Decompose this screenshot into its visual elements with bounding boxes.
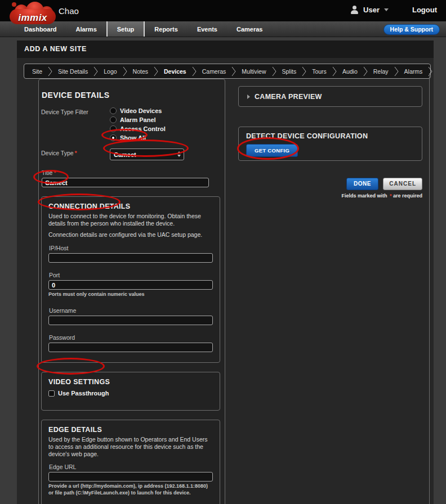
main-nav: Dashboard Alarms Setup Reports Events Ca… [0, 21, 446, 37]
port-label: Port [49, 272, 213, 278]
wizard-tab-devices[interactable]: Devices [158, 68, 192, 75]
wizard-tab-multiview[interactable]: Multiview [236, 68, 271, 75]
username-input[interactable] [48, 316, 213, 325]
title-label: Title* [42, 169, 220, 176]
camera-preview-panel[interactable]: CAMERA PREVIEW [238, 86, 422, 107]
chevron-separator-icon [302, 66, 306, 76]
form-actions: DONE CANCEL [238, 178, 422, 190]
page-title: ADD A NEW SITE [17, 40, 434, 58]
edge-url-input[interactable] [48, 472, 213, 482]
logout-button[interactable]: Logout [412, 6, 437, 14]
video-settings-box: VIDEO SETTINGS Use Passthrough [41, 372, 220, 411]
radio-option-access-control[interactable]: Access Control [110, 125, 166, 132]
device-type-filter-label: Device Type Filter [41, 107, 110, 143]
chevron-separator-icon [272, 66, 276, 76]
nav-item-alarms[interactable]: Alarms [66, 21, 106, 37]
radio-label: Access Control [120, 125, 166, 132]
device-type-select[interactable]: Camect [110, 148, 184, 160]
wizard-tab-logo[interactable]: Logo [98, 68, 122, 75]
radio-label: Video Devices [120, 107, 162, 114]
top-bar: Chao User Logout [0, 0, 446, 21]
wizard-tab-relay[interactable]: Relay [368, 68, 394, 75]
radio-button-icon[interactable] [110, 134, 117, 141]
wizard-tab-site-details[interactable]: Site Details [52, 68, 93, 75]
wizard-tab-tours[interactable]: Tours [306, 68, 332, 75]
wizard-tab-cameras[interactable]: Cameras [197, 68, 232, 75]
chevron-separator-icon [363, 66, 368, 76]
device-type-filter-group: Video Devices Alarm Panel Access Control… [110, 107, 166, 143]
edge-details-heading: EDGE DETAILS [48, 426, 213, 434]
chevron-separator-icon [192, 66, 197, 76]
title-input[interactable] [42, 178, 209, 187]
device-details-panel: DEVICE DETAILS Device Type Filter Video … [38, 79, 225, 504]
required-marker: * [75, 150, 77, 156]
connection-details-heading: CONNECTION DETAILS [48, 202, 213, 210]
edge-url-label: Edge URL [49, 464, 213, 470]
video-settings-heading: VIDEO SETTINGS [48, 378, 213, 386]
edge-url-note: Provide a url (http://mydomain.com), ip … [48, 483, 213, 496]
chevron-separator-icon [48, 66, 52, 76]
connection-description-1: Used to connect to the device for monito… [48, 213, 213, 227]
help-support-button[interactable]: Help & Support [383, 24, 440, 35]
password-label: Password [49, 334, 213, 341]
user-icon [350, 6, 359, 14]
connection-description-2: Connection details are configured via th… [48, 231, 213, 238]
radio-option-video-devices[interactable]: Video Devices [110, 107, 166, 114]
chevron-separator-icon [394, 66, 399, 76]
wizard-tab-alarms[interactable]: Alarms [399, 68, 429, 75]
wizard-tab-audio[interactable]: Audio [337, 68, 363, 75]
wizard-tab-site[interactable]: Site [26, 68, 48, 75]
device-type-label: Device Type* [41, 148, 110, 160]
chevron-separator-icon [231, 66, 236, 76]
username-label: Username [49, 307, 213, 314]
required-marker: * [53, 169, 56, 176]
chevron-separator-icon [123, 66, 127, 76]
radio-button-icon[interactable] [110, 125, 117, 132]
port-note: Ports must only contain numeric values [48, 291, 213, 298]
nav-item-reports[interactable]: Reports [145, 21, 188, 37]
edge-description: Used by the Edge button shown to Operato… [48, 436, 213, 458]
wizard-tab-notes[interactable]: Notes [127, 68, 154, 75]
site-title: Chao [59, 6, 79, 16]
radio-option-show-all[interactable]: Show All [110, 134, 166, 141]
connection-details-box: CONNECTION DETAILS Used to connect to th… [41, 196, 220, 363]
device-type-selected-value: Camect [114, 151, 136, 158]
content-right-divider [429, 73, 430, 504]
passthrough-checkbox[interactable] [48, 390, 55, 397]
radio-button-icon[interactable] [110, 107, 117, 114]
camera-preview-heading: CAMERA PREVIEW [255, 93, 322, 101]
edge-details-box: EDGE DETAILS Used by the Edge button sho… [41, 420, 220, 504]
chevron-right-icon[interactable] [247, 94, 250, 99]
caret-down-icon[interactable] [384, 8, 389, 11]
nav-item-cameras[interactable]: Cameras [227, 21, 272, 37]
immix-logo-text: immix [9, 12, 56, 24]
immix-logo[interactable]: immix [9, 2, 56, 25]
device-details-heading: DEVICE DETAILS [42, 91, 220, 100]
chevron-separator-icon [93, 66, 98, 76]
done-button[interactable]: DONE [346, 178, 378, 190]
use-passthrough-option[interactable]: Use Passthrough [48, 390, 213, 397]
get-config-button[interactable]: GET CONFIG [246, 144, 298, 157]
required-fields-note: Fields marked with * are required [238, 193, 422, 199]
wizard-tab-alarm-groups[interactable]: Alarm Groups [432, 68, 434, 75]
nav-item-events[interactable]: Events [188, 21, 227, 37]
chevron-separator-icon [154, 66, 158, 76]
cancel-button[interactable]: CANCEL [383, 178, 422, 190]
password-input[interactable] [48, 343, 213, 352]
detect-config-heading: DETECT DEVICE CONFIGURATION [246, 132, 422, 140]
wizard-tab-splits[interactable]: Splits [276, 68, 302, 75]
radio-label: Alarm Panel [120, 116, 156, 123]
radio-option-alarm-panel[interactable]: Alarm Panel [110, 116, 166, 123]
radio-button-icon[interactable] [110, 116, 117, 123]
nav-item-setup[interactable]: Setup [106, 21, 145, 37]
ip-host-input[interactable] [48, 253, 213, 263]
radio-label: Show All [120, 134, 146, 141]
passthrough-label: Use Passthrough [58, 390, 109, 397]
chevron-separator-icon [332, 66, 337, 76]
port-input[interactable] [48, 280, 213, 290]
ip-host-label: IP/Host [49, 245, 213, 251]
user-menu[interactable]: User [363, 6, 380, 14]
main-content: ADD A NEW SITE Site Site Details Logo No… [17, 40, 434, 504]
select-spinner-icon [177, 151, 181, 157]
detect-device-configuration-panel: DETECT DEVICE CONFIGURATION GET CONFIG [238, 127, 422, 161]
